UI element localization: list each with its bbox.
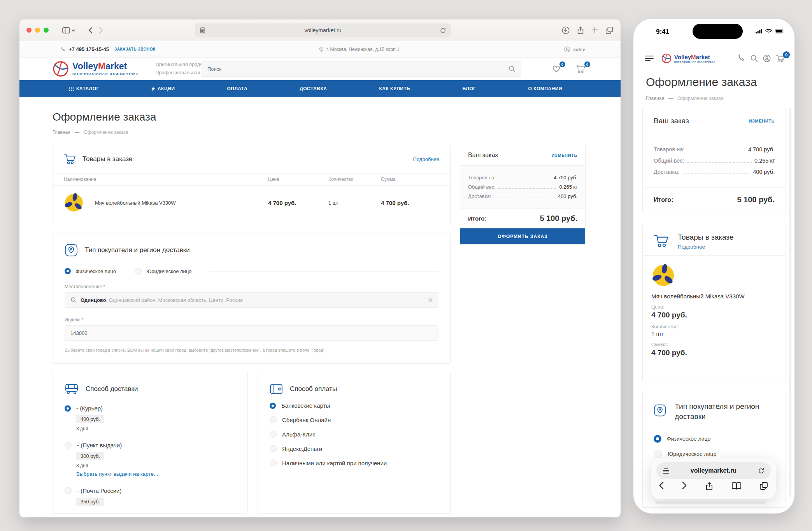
buyer-type-title: Тип покупателя и регион доставки <box>85 246 190 254</box>
summary-edit-link[interactable]: ИЗМЕНИТЬ <box>749 119 775 123</box>
radio-yandex[interactable] <box>270 445 277 452</box>
radio-pickup[interactable] <box>65 442 72 449</box>
radio-alfa[interactable] <box>270 431 277 438</box>
nav-item-how-to-buy[interactable]: КАК КУПИТЬ <box>379 86 410 91</box>
radio-individual-label[interactable]: Физическое лицо <box>75 268 116 274</box>
forward-button[interactable] <box>99 27 103 34</box>
favorites-count-badge: 0 <box>559 61 565 67</box>
pickup-map-link[interactable]: Выбрать пункт выдачи на карте... <box>76 471 236 477</box>
radio-legal-entity-label[interactable]: Юридическое лицо <box>668 451 716 457</box>
wifi-icon <box>765 29 772 33</box>
submit-order-button[interactable]: ОФОРМИТЬ ЗАКАЗ <box>460 228 585 244</box>
phone-icon[interactable] <box>737 54 745 62</box>
breadcrumb-home[interactable]: Главная <box>53 130 70 135</box>
location-hint: Выберите свой город в списке. Если вы не… <box>65 348 438 352</box>
tabs-overview-icon[interactable] <box>605 26 614 35</box>
product-name[interactable]: Мяч волейбольный Mikasa V330W <box>95 200 176 206</box>
address-bar[interactable]: volleymarket.ru <box>195 23 451 37</box>
search-input[interactable] <box>201 66 509 72</box>
tabs-icon[interactable] <box>759 481 768 491</box>
cart-button[interactable]: 0 <box>776 54 785 63</box>
callback-link[interactable]: ЗАКАЗАТЬ ЗВОНОК <box>114 47 156 51</box>
mobile-brand-logo[interactable]: VolleyMarket ВОЛЕЙБОЛЬНАЯ ЭКИПИРОВКА <box>661 53 716 63</box>
alfa-label[interactable]: Альфа-Клик <box>282 431 315 438</box>
nav-item-payment[interactable]: ОПЛАТА <box>227 86 247 91</box>
zoom-window-button[interactable] <box>44 28 49 33</box>
order-items-more-link[interactable]: Подробнее <box>413 156 439 162</box>
yandex-label[interactable]: Яндекс.Деньги <box>282 445 322 452</box>
brand-logo[interactable]: VolleyMarket ВОЛЕЙБОЛЬНАЯ ЭКИПИРОВКА <box>53 61 139 77</box>
search-icon[interactable] <box>750 54 758 62</box>
login-link[interactable]: войти <box>564 46 586 53</box>
sberbank-label[interactable]: Сбербанк Онлайн <box>282 417 331 423</box>
product-image[interactable] <box>64 193 84 213</box>
share-icon[interactable] <box>576 26 585 35</box>
reader-icon[interactable] <box>663 468 670 474</box>
back-icon[interactable] <box>659 481 664 490</box>
radio-sberbank[interactable] <box>270 416 277 423</box>
reload-icon[interactable] <box>758 468 765 474</box>
search-bar <box>201 61 521 77</box>
search-icon[interactable] <box>509 65 516 72</box>
delivery-truck-icon <box>65 383 79 395</box>
bank-cards-label[interactable]: Банковские карты <box>281 402 330 409</box>
account-icon[interactable] <box>763 54 771 62</box>
product-sum: 4 700 руб. <box>651 349 777 357</box>
index-input[interactable] <box>70 330 433 336</box>
pickup-label[interactable]: - (Пункт выдачи) <box>77 442 122 449</box>
radio-courier[interactable] <box>65 405 71 412</box>
nav-item-about[interactable]: О КОМПАНИИ <box>528 86 562 91</box>
scrollbar[interactable] <box>789 108 791 497</box>
status-time: 9:41 <box>656 28 669 36</box>
courier-label[interactable]: - (Курьер) <box>76 405 103 412</box>
new-tab-icon[interactable] <box>591 26 599 35</box>
radio-cash[interactable] <box>270 459 277 466</box>
downloads-icon[interactable] <box>561 26 570 35</box>
order-items-title: Товары в заказе <box>678 233 733 242</box>
mobile-address-bar[interactable]: volleymarket.ru <box>656 462 771 479</box>
radio-legal-entity[interactable] <box>654 450 662 458</box>
nav-item-catalog[interactable]: КАТАЛОГ <box>69 86 99 91</box>
nav-item-sales[interactable]: АКЦИИ <box>151 86 175 91</box>
nav-item-delivery[interactable]: ДОСТАВКА <box>300 86 327 91</box>
back-button[interactable] <box>88 27 93 34</box>
cart-button[interactable]: 0 <box>575 64 586 75</box>
cellular-signal-icon <box>756 29 763 33</box>
search-icon <box>70 297 77 303</box>
hamburger-menu-icon[interactable] <box>645 55 654 61</box>
summary-total-row: Итого: 5 100 руб. <box>643 188 786 212</box>
breadcrumb-home[interactable]: Главная <box>646 96 665 101</box>
reload-icon[interactable] <box>440 27 446 34</box>
phone-number[interactable]: +7 495 175-15-45 <box>69 46 109 52</box>
minimize-window-button[interactable] <box>35 28 40 33</box>
radio-legal-entity-label[interactable]: Юридическое лицо <box>146 268 191 274</box>
share-icon[interactable] <box>705 481 714 491</box>
col-qty: Количество <box>328 177 381 182</box>
product-name[interactable]: Мяч волейбольный Mikasa V330W <box>651 293 777 300</box>
bookmarks-icon[interactable] <box>731 481 742 491</box>
radio-legal-entity[interactable] <box>135 268 142 275</box>
product-price: 4 700 руб. <box>651 311 777 319</box>
checkout-content: Оформление заказа Главная — Оформление з… <box>19 97 621 513</box>
product-price: 4 700 руб. <box>268 200 328 206</box>
forward-icon[interactable] <box>682 481 687 490</box>
product-image[interactable] <box>651 263 675 287</box>
summary-edit-link[interactable]: ИЗМЕНИТЬ <box>551 153 577 158</box>
close-window-button[interactable] <box>26 28 32 33</box>
post-label[interactable]: - (Почта России) <box>77 487 121 494</box>
radio-individual[interactable] <box>654 435 661 443</box>
clear-icon[interactable] <box>428 298 433 302</box>
cash-label[interactable]: Наличными или картой при получении <box>282 460 387 466</box>
radio-post[interactable] <box>65 487 72 494</box>
nav-item-blog[interactable]: БЛОГ <box>462 86 476 91</box>
location-field[interactable]: Одинцово, Одинцовский район, Московская … <box>65 292 438 308</box>
sidebar-toggle-icon[interactable] <box>62 27 75 33</box>
delivery-option-pickup: - (Пункт выдачи) 300 руб. 3 дня Выбрать … <box>65 442 236 477</box>
favorites-button[interactable]: 0 <box>552 64 561 74</box>
radio-individual[interactable] <box>65 268 71 274</box>
summary-row: Товаров на:4 700 руб. <box>468 175 577 181</box>
radio-bank-cards[interactable] <box>270 403 276 409</box>
radio-individual-label[interactable]: Физическое лицо <box>667 436 710 442</box>
grid-icon <box>69 87 74 91</box>
order-items-more-link[interactable]: Подробнее <box>678 244 733 250</box>
